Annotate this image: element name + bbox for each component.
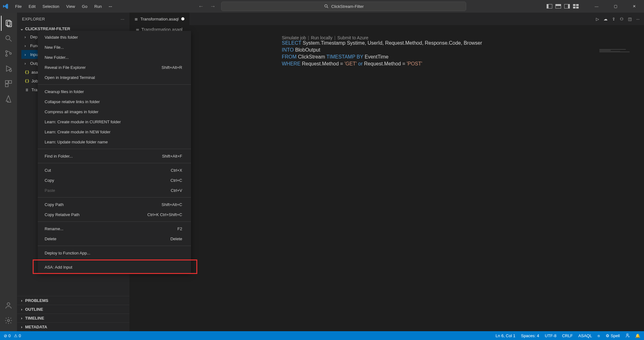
context-menu-item[interactable]: Learn: Update module folder name <box>38 137 191 147</box>
status-copilot-icon[interactable]: ⌾ <box>598 333 600 338</box>
status-warnings[interactable]: ⚠ 0 <box>14 333 21 338</box>
context-menu-item[interactable]: Reveal in File ExplorerShift+Alt+R <box>38 62 191 72</box>
status-eol[interactable]: CRLF <box>562 333 573 338</box>
window-close-icon[interactable]: ✕ <box>627 1 641 11</box>
menu-run[interactable]: Run <box>91 3 105 10</box>
context-menu-separator <box>38 84 191 85</box>
sidebar-collapsed-sections: ›PROBLEMS ›OUTLINE ›TIMELINE ›METADATA <box>17 296 129 331</box>
context-menu-item[interactable]: CutCtrl+X <box>38 165 191 175</box>
context-menu-item[interactable]: Collapse relative links in folder <box>38 97 191 107</box>
activity-run-debug-icon[interactable] <box>1 61 16 76</box>
explorer-more-icon[interactable]: ··· <box>121 17 124 21</box>
window-maximize-icon[interactable]: ▢ <box>608 1 623 11</box>
context-menu-item[interactable]: Learn: Create module in CURRENT folder <box>38 117 191 127</box>
split-editor-icon[interactable]: ◫ <box>628 17 632 21</box>
svg-point-10 <box>9 70 12 72</box>
activity-search-icon[interactable] <box>1 31 16 46</box>
section-problems[interactable]: ›PROBLEMS <box>17 296 129 305</box>
nav-forward-icon[interactable]: → <box>207 2 218 11</box>
file-icon: ≣ <box>25 87 30 92</box>
svg-line-1 <box>327 7 328 8</box>
status-errors[interactable]: ⊘ 0 <box>4 333 11 338</box>
status-cursor[interactable]: Ln 6, Col 1 <box>496 333 516 338</box>
nav-back-icon[interactable]: ← <box>196 2 206 11</box>
json-file-icon: {} <box>25 70 30 75</box>
menu-bar: File Edit Selection View Go Run ··· <box>12 3 115 10</box>
svg-line-5 <box>9 39 12 42</box>
context-menu-item[interactable]: Copy PathShift+Alt+C <box>38 199 191 209</box>
toggle-primary-sidebar-icon[interactable] <box>547 4 552 8</box>
activity-extensions-icon[interactable] <box>1 76 16 91</box>
section-timeline[interactable]: ›TIMELINE <box>17 314 129 322</box>
search-icon <box>324 4 329 9</box>
section-metadata[interactable]: ›METADATA <box>17 322 129 331</box>
context-menu-separator <box>38 149 191 149</box>
customize-layout-icon[interactable] <box>573 4 579 8</box>
toggle-secondary-sidebar-icon[interactable] <box>564 4 570 8</box>
status-spaces[interactable]: Spaces: 4 <box>521 333 539 338</box>
context-menu-item[interactable]: CopyCtrl+C <box>38 175 191 185</box>
tab-bar: ≣ Transformation.asaql ▷ ☁ ⇪ ⚇ ◫ ··· <box>129 13 644 25</box>
minimap[interactable] <box>599 49 637 52</box>
context-menu-item[interactable]: New Folder... <box>38 52 191 62</box>
menu-go[interactable]: Go <box>79 3 90 10</box>
context-menu-separator <box>38 246 191 246</box>
section-outline[interactable]: ›OUTLINE <box>17 305 129 314</box>
context-menu-item[interactable]: Validate this folder <box>38 32 191 42</box>
menu-edit[interactable]: Edit <box>25 3 39 10</box>
svg-point-7 <box>6 55 7 56</box>
context-menu-item: PasteCtrl+V <box>38 185 191 195</box>
status-language[interactable]: ASAQL <box>578 333 592 338</box>
context-menu-item[interactable]: DeleteDelete <box>38 234 191 244</box>
context-menu-item[interactable]: Deploy to Function App... <box>38 248 191 258</box>
context-menu-item[interactable]: Find in Folder...Shift+Alt+F <box>38 151 191 161</box>
run-icon[interactable]: ▷ <box>596 17 599 21</box>
file-icon: ≣ <box>134 17 138 21</box>
activity-explorer-icon[interactable] <box>1 16 16 31</box>
context-menu-item[interactable]: Cleanup files in folder <box>38 86 191 97</box>
context-menu-separator <box>38 221 191 222</box>
window-minimize-icon[interactable]: — <box>589 1 604 11</box>
context-menu-item[interactable]: Compress all images in folder <box>38 107 191 117</box>
activity-bar <box>0 13 17 331</box>
context-menu: Validate this folderNew File...New Folde… <box>38 31 191 273</box>
menu-overflow[interactable]: ··· <box>106 3 115 10</box>
menu-view[interactable]: View <box>63 3 78 10</box>
svg-rect-11 <box>5 81 8 83</box>
status-spell[interactable]: ⚙ Spell <box>606 333 620 338</box>
layout-controls <box>547 4 579 8</box>
svg-point-6 <box>6 51 7 52</box>
status-feedback-icon[interactable]: 凡 <box>625 333 630 338</box>
tab-transformation[interactable]: ≣ Transformation.asaql <box>129 13 190 25</box>
toggle-panel-icon[interactable] <box>555 4 561 8</box>
status-bar: ⊘ 0 ⚠ 0 Ln 6, Col 1 Spaces: 4 UTF-8 CRLF… <box>0 331 644 340</box>
vscode-logo-icon <box>3 3 9 9</box>
activity-accounts-icon[interactable] <box>1 298 16 313</box>
code-editor[interactable]: SELECT System.Timestamp Systime, UserId,… <box>129 34 644 67</box>
command-center[interactable]: ClickStream-Filter <box>221 2 466 11</box>
activity-source-control-icon[interactable] <box>1 46 16 61</box>
share-icon[interactable]: ⇪ <box>612 17 615 21</box>
menu-file[interactable]: File <box>12 3 25 10</box>
cloud-upload-icon[interactable]: ☁ <box>603 17 608 21</box>
activity-azure-icon[interactable] <box>1 91 16 106</box>
context-menu-item[interactable]: Open in Integrated Terminal <box>38 72 191 82</box>
context-menu-item[interactable]: ASA: Add Input <box>38 262 191 272</box>
context-menu-item[interactable]: Learn: Create module in NEW folder <box>38 127 191 137</box>
context-menu-separator <box>38 197 191 198</box>
context-menu-item[interactable]: New File... <box>38 42 191 52</box>
dirty-indicator-icon <box>181 17 184 20</box>
svg-point-8 <box>10 53 11 54</box>
json-file-icon: {} <box>25 79 30 83</box>
context-menu-item[interactable]: Copy Relative PathCtrl+K Ctrl+Shift+C <box>38 209 191 220</box>
breadcrumb[interactable]: ≣ Transformation.asaql <box>129 25 644 34</box>
status-bell-icon[interactable]: 🔔 <box>635 333 640 338</box>
activity-settings-icon[interactable] <box>1 313 16 328</box>
status-encoding[interactable]: UTF-8 <box>545 333 556 338</box>
editor-actions: ▷ ☁ ⇪ ⚇ ◫ ··· <box>596 17 644 21</box>
context-menu-item[interactable]: Rename...F2 <box>38 224 191 234</box>
menu-selection[interactable]: Selection <box>39 3 62 10</box>
context-menu-separator <box>38 163 191 163</box>
person-icon[interactable]: ⚇ <box>620 17 624 21</box>
more-actions-icon[interactable]: ··· <box>636 17 640 21</box>
